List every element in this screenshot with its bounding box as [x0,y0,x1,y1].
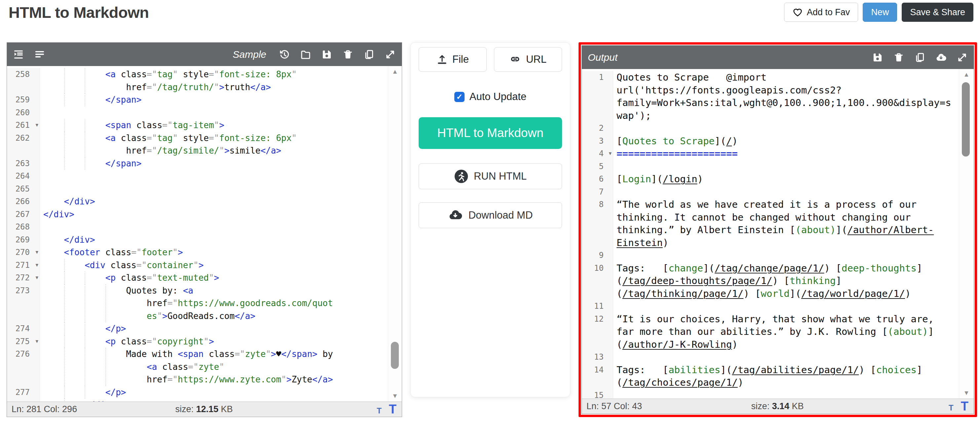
file-upload-button[interactable]: File [418,47,487,72]
save-icon[interactable] [872,52,883,63]
line-number: 273 [7,284,40,323]
code-text [613,249,974,262]
url-button[interactable]: URL [494,47,562,72]
fold-arrow-icon[interactable]: ▾ [35,259,38,272]
fold-arrow-icon[interactable]: ▾ [35,335,38,348]
main-row: Sample [0,42,980,417]
fold-arrow-icon[interactable]: ▾ [35,119,38,132]
scroll-down-icon[interactable]: ▼ [388,392,402,400]
font-bigger-button[interactable]: T [961,399,969,414]
code-text: Made with <span class="zyte">♥</span> by… [40,348,402,386]
code-line: 271▾<div class="container"> [7,259,402,272]
font-bigger-button[interactable]: T [389,402,396,416]
line-number: 13 [582,351,613,363]
fold-arrow-icon[interactable]: ▾ [35,271,38,284]
code-text: “It is our choices, Harry, that show wha… [613,313,974,351]
line-number: 7 [582,186,613,198]
code-text: ===================== [613,147,974,160]
line-number: 3 [582,135,613,147]
open-folder-icon[interactable] [300,49,311,60]
trash-icon[interactable] [893,52,904,63]
code-text [613,351,974,363]
line-number: 265 [7,182,40,195]
output-label: Output [588,52,617,63]
code-line: 259</span> [7,94,402,106]
code-text [613,300,974,313]
expand-icon[interactable] [385,49,396,60]
cloud-download-icon[interactable] [935,52,947,63]
line-number: 274 [7,322,40,335]
code-text [613,186,974,198]
scroll-up-icon[interactable]: ▲ [959,71,974,78]
code-line: 11 [582,300,974,313]
save-share-button[interactable]: Save & Share [902,3,974,22]
code-line: 265 [7,182,402,195]
code-line: 262<a class="tag" style="font-size: 6px"… [7,132,402,157]
code-line: 14Tags: [abilities](/tag/abilities/page/… [582,363,974,389]
line-number: 10 [582,262,613,300]
html-code-area[interactable]: 258<a class="tag" style="font-size: 8px"… [7,66,402,401]
code-text: </div> [40,399,402,401]
code-line: 272▾<p class="text-muted"> [7,271,402,284]
new-button[interactable]: New [863,3,897,22]
font-smaller-button[interactable]: T [948,403,954,412]
code-text [613,122,974,135]
line-number: 259 [7,94,40,106]
fold-arrow-icon[interactable]: ▾ [35,246,38,259]
code-line: 260 [7,106,402,119]
code-line: 278</div> [7,399,402,401]
line-number: 267 [7,208,40,221]
scrollbar-thumb[interactable] [391,342,399,369]
code-text: </p> [40,322,402,335]
code-line: 266</div> [7,195,402,208]
code-text: </div> [40,233,402,246]
line-number: 5 [582,160,613,173]
line-number: 276 [7,348,40,386]
file-size: size: 3.14 KB [751,401,803,411]
history-icon[interactable] [279,49,290,60]
output-scrollbar[interactable]: ▲ ▼ [959,69,974,399]
code-line: 8“The world as we have created it is a p… [582,198,974,249]
line-number: 12 [582,313,613,351]
copy-icon[interactable] [363,49,375,60]
format-indent-icon[interactable] [13,49,24,60]
code-text: <span class="tag-item"> [40,119,402,132]
code-line: 267</div> [7,208,402,221]
code-line: 263</span> [7,157,402,170]
line-number: 8 [582,198,613,249]
code-text: Quotes by: <a href="https://www.goodread… [40,284,402,323]
line-number: 6 [582,173,613,186]
scrollbar-thumb[interactable] [962,82,970,157]
fold-arrow-icon[interactable]: ▾ [609,147,612,160]
code-line: 10Tags: [change](/tag/change/page/1/) [d… [582,262,974,300]
expand-icon[interactable] [956,52,968,63]
scroll-up-icon[interactable]: ▲ [388,68,402,75]
line-number: 263 [7,157,40,170]
line-number: 258 [7,68,40,94]
scroll-down-icon[interactable]: ▼ [959,389,974,396]
run-html-button[interactable]: RUN HTML [418,163,562,189]
sample-link[interactable]: Sample [232,49,266,60]
trash-icon[interactable] [342,49,353,60]
line-number: 9 [582,249,613,262]
copy-icon[interactable] [914,52,926,63]
code-line: 273Quotes by: <a href="https://www.goodr… [7,284,402,323]
convert-button[interactable]: HTML to Markdown [418,117,562,149]
markdown-output-area[interactable]: 1Quotes to Scrape @import url('https://f… [582,69,974,399]
run-icon [454,169,469,184]
word-wrap-icon[interactable] [34,49,45,60]
download-md-button[interactable]: Download MD [418,203,562,228]
code-line: 3[Quotes to Scrape](/) [582,135,974,147]
auto-update-checkbox[interactable]: ✓ [454,92,465,102]
line-number: 261▾ [7,119,40,132]
font-smaller-button[interactable]: T [377,406,382,415]
code-text: <div class="container"> [40,259,402,272]
editor-scrollbar[interactable]: ▲ ▼ [388,66,402,401]
add-to-fav-button[interactable]: Add to Fav [784,3,858,22]
code-text [613,160,974,173]
code-line: 269</div> [7,233,402,246]
line-number: 15 [582,389,613,399]
link-icon [509,54,522,65]
save-icon[interactable] [321,49,332,60]
code-text: <a class="tag" style="font-size: 8px" hr… [40,68,402,94]
